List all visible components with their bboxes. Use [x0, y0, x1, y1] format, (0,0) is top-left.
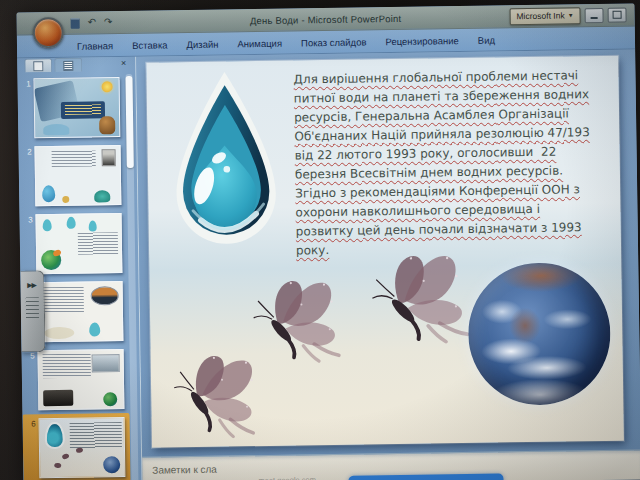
close-pane-icon[interactable]: ×: [121, 59, 126, 68]
slide-thumbnail-3[interactable]: 3: [21, 213, 124, 275]
window-controls: Microsoft Ink ▼: [509, 6, 634, 25]
slide-number: 2: [20, 146, 31, 156]
popout-tool-tab[interactable]: ▶▶: [19, 270, 45, 352]
slide-thumbnail-6-selected[interactable]: 6: [25, 417, 128, 479]
slide-thumbnail-1[interactable]: 1: [19, 77, 122, 139]
microsoft-ink-button[interactable]: Microsoft Ink ▼: [509, 7, 580, 25]
minimize-icon: [591, 16, 598, 18]
slide-editing-area: Для вирішення глобальної проблеми нестач…: [136, 49, 640, 456]
screen-share-button[interactable]: [348, 473, 503, 480]
thumbnail-image: [39, 417, 126, 478]
slide-number: 3: [21, 214, 32, 224]
slides-pane: × 1 2 3: [17, 57, 142, 480]
water-drop-image[interactable]: [162, 65, 289, 265]
fast-forward-icon: ▶▶: [19, 281, 43, 289]
slide-thumbnail-5[interactable]: 5: [24, 349, 127, 411]
slide-thumbnail-2[interactable]: 2: [20, 145, 123, 207]
tab-review[interactable]: Рецензирование: [385, 35, 459, 47]
tab-slideshow[interactable]: Показ слайдов: [301, 36, 367, 48]
thumbnail-image: [33, 77, 120, 138]
earth-image[interactable]: [467, 262, 611, 406]
quick-access-toolbar: ↶ ↷: [71, 17, 113, 29]
notes-label: Заметки к сла: [152, 464, 217, 476]
powerpoint-window: ↶ ↷ День Води - Microsoft PowerPoint Mic…: [17, 3, 640, 480]
tab-animation[interactable]: Анимация: [237, 37, 282, 49]
slides-pane-icon: [33, 61, 43, 71]
butterfly-image[interactable]: [168, 350, 263, 439]
outline-pane-icon: [63, 60, 73, 70]
tab-slides-pane[interactable]: [24, 58, 52, 72]
popout-text-lines: [25, 297, 38, 319]
tab-insert[interactable]: Вставка: [132, 39, 167, 51]
slide-number: 6: [25, 418, 36, 428]
save-icon[interactable]: [71, 17, 80, 28]
chevron-down-icon: ▼: [568, 12, 574, 18]
sun-art: [102, 81, 113, 92]
tab-design[interactable]: Дизайн: [186, 38, 218, 49]
tab-home[interactable]: Главная: [77, 40, 113, 52]
thumbnail-image: [37, 281, 124, 342]
thumbnail-image: [35, 213, 122, 274]
pane-tabs: ×: [17, 57, 135, 73]
minimize-button[interactable]: [584, 7, 603, 22]
tab-view[interactable]: Вид: [478, 34, 495, 45]
restore-icon: [613, 11, 622, 19]
screen-share-text: meet.google.com: [258, 475, 316, 480]
undo-icon[interactable]: ↶: [88, 17, 97, 27]
microsoft-ink-label: Microsoft Ink: [516, 10, 564, 21]
redo-icon[interactable]: ↷: [104, 17, 113, 27]
restore-button[interactable]: [607, 7, 626, 22]
tab-outline-pane[interactable]: [54, 58, 82, 72]
butterfly-image[interactable]: [362, 245, 475, 352]
thumbnail-image: [34, 145, 121, 206]
scrollbar-thumb[interactable]: [125, 76, 133, 168]
slide-text-block[interactable]: Для вирішення глобальної проблеми нестач…: [293, 66, 619, 261]
slide-number: 1: [19, 78, 30, 88]
slide-canvas[interactable]: Для вирішення глобальної проблеми нестач…: [146, 56, 624, 448]
thumbnail-image: [38, 349, 125, 410]
